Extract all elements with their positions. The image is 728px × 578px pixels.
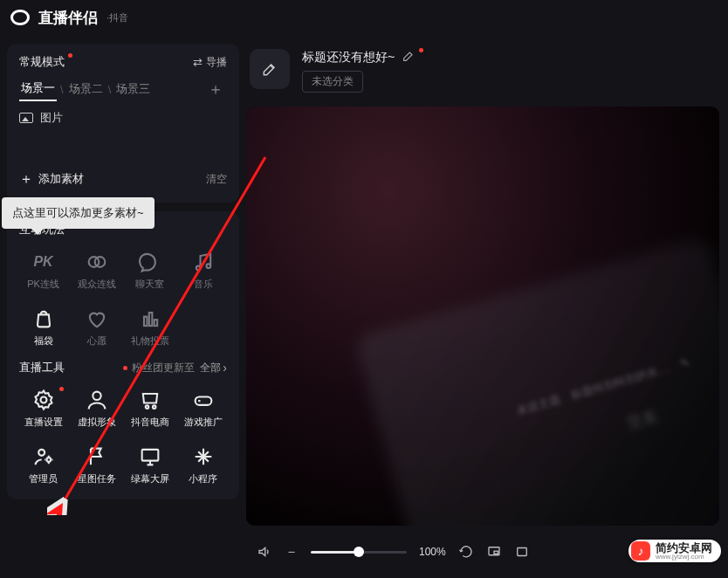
add-material-button[interactable]: ＋ 添加素材 (19, 166, 84, 192)
add-material-tooltip: 点这里可以添加更多素材~ (2, 197, 155, 229)
tool-startask[interactable]: 星图任务 (72, 439, 120, 489)
pip-button[interactable] (486, 544, 502, 560)
bag-icon (31, 306, 56, 331)
tool-live-settings-label: 直播设置 (24, 416, 63, 429)
tool-ecommerce-label: 抖音电商 (131, 416, 169, 429)
svg-point-10 (152, 405, 155, 409)
fullscreen-button[interactable] (514, 544, 530, 560)
tool-chatroom-label: 聊天室 (135, 278, 164, 291)
stream-title-area: 标题还没有想好~ 未选分类 (246, 44, 719, 98)
app-logo-icon (10, 10, 30, 25)
volume-button[interactable] (257, 544, 272, 560)
tab-separator: \ (60, 83, 64, 96)
chat-icon (138, 250, 162, 274)
sidebar: 常规模式 导播 场景一 \ 场景二 \ 场景三 ＋ 图片 ＋ 添加素材 清空 (0, 35, 246, 578)
tool-gift-vote[interactable]: 礼物投票 (126, 301, 174, 351)
admin-icon (31, 444, 56, 469)
clear-button[interactable]: 清空 (206, 172, 227, 187)
mode-selector[interactable]: 常规模式 (19, 54, 65, 70)
tool-luckybag-label: 福袋 (34, 334, 53, 347)
link-icon (85, 250, 109, 274)
svg-point-13 (46, 458, 51, 462)
tool-live-settings[interactable]: 直播设置 (19, 382, 67, 432)
tool-audience-link[interactable]: 观众连线 (72, 244, 120, 294)
scene-tab-2[interactable]: 场景二 (67, 78, 105, 100)
svg-point-3 (206, 264, 210, 268)
tool-greenscreen[interactable]: 绿幕大屏 (126, 439, 174, 489)
pk-icon: PK (31, 250, 56, 274)
tool-wish-label: 心愿 (87, 334, 106, 347)
tool-startask-label: 星图任务 (78, 472, 116, 485)
svg-rect-14 (141, 450, 158, 461)
image-icon (19, 113, 33, 123)
tool-miniprogram[interactable]: 小程序 (179, 439, 227, 489)
tool-music-label: 音乐 (194, 278, 213, 291)
tool-admin-label: 管理员 (29, 472, 58, 485)
vote-icon (138, 306, 162, 331)
svg-point-2 (196, 266, 200, 271)
cart-icon (138, 388, 162, 412)
gamepad-icon (191, 388, 216, 412)
android-icon: ♪ (631, 541, 650, 561)
svg-rect-4 (144, 317, 148, 327)
tab-separator: \ (108, 83, 112, 96)
tool-pk[interactable]: PK PK连线 (19, 244, 67, 294)
watermark-name: 简约安卓网 (656, 542, 712, 554)
guide-button[interactable]: 导播 (193, 55, 227, 70)
tool-chatroom[interactable]: 聊天室 (126, 244, 174, 294)
watermark: ♪ 简约安卓网 www.jylzwj.com (628, 540, 721, 562)
interaction-panel: 互动玩法 PK PK连线 观众连线 聊天室 音乐 (7, 211, 239, 499)
zoom-slider[interactable] (311, 551, 407, 554)
heart-icon (85, 306, 109, 331)
tool-ecommerce[interactable]: 抖音电商 (126, 382, 174, 432)
gear-icon (31, 388, 56, 412)
scene-tab-1[interactable]: 场景一 (19, 77, 57, 101)
tool-luckybag[interactable]: 福袋 (19, 301, 67, 351)
tool-admin[interactable]: 管理员 (19, 439, 67, 489)
music-icon (191, 250, 216, 274)
svg-point-9 (145, 405, 148, 409)
screen-icon (138, 444, 162, 469)
edit-title-button[interactable] (402, 49, 416, 65)
tool-virtual-avatar-label: 虚拟形象 (78, 416, 116, 429)
tool-wish[interactable]: 心愿 (72, 301, 120, 351)
flag-icon (85, 444, 109, 469)
svg-point-1 (94, 257, 105, 267)
tool-audience-link-label: 观众连线 (78, 278, 116, 291)
svg-point-8 (93, 392, 100, 400)
tool-game-promo-label: 游戏推广 (184, 416, 223, 429)
refresh-button[interactable] (458, 544, 474, 560)
svg-point-7 (40, 397, 46, 403)
tool-music[interactable]: 音乐 (179, 244, 227, 294)
svg-rect-5 (148, 313, 152, 326)
preview-canvas[interactable]: 未设主题 标题特别特别的长… ✎ 交友 (246, 107, 719, 526)
plus-icon: ＋ (19, 172, 33, 186)
tool-virtual-avatar[interactable]: 虚拟形象 (72, 382, 120, 432)
zoom-value: 100% (419, 546, 446, 558)
source-image-label: 图片 (40, 110, 63, 126)
category-selector[interactable]: 未选分类 (302, 71, 363, 93)
add-material-label: 添加素材 (38, 171, 84, 187)
tool-greenscreen-label: 绿幕大屏 (131, 472, 169, 485)
scene-panel: 常规模式 导播 场景一 \ 场景二 \ 场景三 ＋ 图片 ＋ 添加素材 清空 (7, 44, 239, 203)
source-image-item[interactable]: 图片 (19, 110, 227, 126)
tool-game-promo[interactable]: 游戏推广 (179, 382, 227, 432)
add-scene-button[interactable]: ＋ (204, 79, 227, 100)
tool-pk-label: PK连线 (27, 278, 59, 291)
watermark-url: www.jylzwj.com (656, 554, 712, 561)
svg-rect-18 (517, 548, 526, 556)
svg-rect-6 (154, 320, 157, 326)
edit-cover-button[interactable] (250, 49, 290, 89)
scene-tab-3[interactable]: 场景三 (114, 78, 152, 100)
avatar-icon (85, 388, 109, 412)
live-tools-title: 直播工具 (19, 360, 65, 375)
update-dot-icon (123, 366, 127, 370)
tool-miniprogram-label: 小程序 (189, 472, 217, 485)
spark-icon (191, 444, 216, 469)
update-all-link[interactable]: 全部 (200, 361, 227, 375)
content-area: 标题还没有想好~ 未选分类 未设主题 标题特别特别的长… ✎ 交友 － (246, 35, 728, 578)
svg-point-12 (38, 450, 45, 456)
zoom-out-button[interactable]: － (285, 543, 299, 561)
app-subname: ·抖音 (106, 11, 128, 24)
app-name: 直播伴侣 (38, 8, 98, 28)
